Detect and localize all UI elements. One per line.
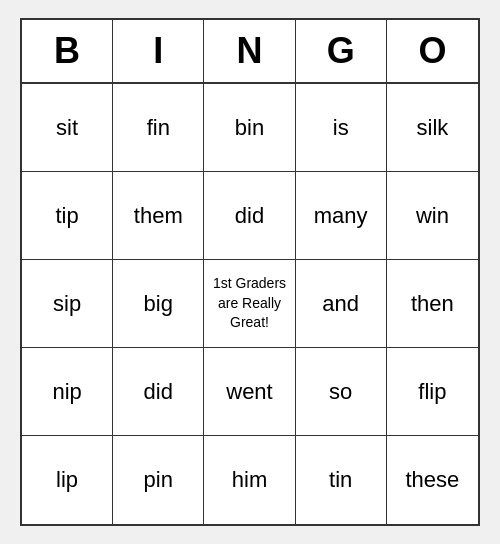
bingo-card: BINGO sitfinbinissilktipthemdidmanywinsi…: [20, 18, 480, 526]
cell-r2-c4: then: [387, 260, 478, 348]
cell-r0-c3: is: [296, 84, 387, 172]
cell-r1-c2: did: [204, 172, 295, 260]
cell-r4-c0: lip: [22, 436, 113, 524]
cell-r0-c2: bin: [204, 84, 295, 172]
cell-r4-c1: pin: [113, 436, 204, 524]
header-cell-o: O: [387, 20, 478, 82]
cell-r2-c1: big: [113, 260, 204, 348]
cell-r1-c1: them: [113, 172, 204, 260]
bingo-grid: sitfinbinissilktipthemdidmanywinsipbig1s…: [22, 84, 478, 524]
cell-r4-c4: these: [387, 436, 478, 524]
cell-r2-c0: sip: [22, 260, 113, 348]
header-cell-i: I: [113, 20, 204, 82]
cell-r3-c2: went: [204, 348, 295, 436]
cell-r0-c1: fin: [113, 84, 204, 172]
cell-r4-c3: tin: [296, 436, 387, 524]
cell-r3-c3: so: [296, 348, 387, 436]
cell-r1-c0: tip: [22, 172, 113, 260]
header-cell-n: N: [204, 20, 295, 82]
cell-r1-c4: win: [387, 172, 478, 260]
header-cell-b: B: [22, 20, 113, 82]
cell-r3-c4: flip: [387, 348, 478, 436]
cell-r0-c0: sit: [22, 84, 113, 172]
cell-r2-c3: and: [296, 260, 387, 348]
cell-r3-c1: did: [113, 348, 204, 436]
cell-r2-c2: 1st Gradersare ReallyGreat!: [204, 260, 295, 348]
cell-r3-c0: nip: [22, 348, 113, 436]
bingo-header: BINGO: [22, 20, 478, 84]
header-cell-g: G: [296, 20, 387, 82]
cell-r0-c4: silk: [387, 84, 478, 172]
cell-r1-c3: many: [296, 172, 387, 260]
cell-r4-c2: him: [204, 436, 295, 524]
